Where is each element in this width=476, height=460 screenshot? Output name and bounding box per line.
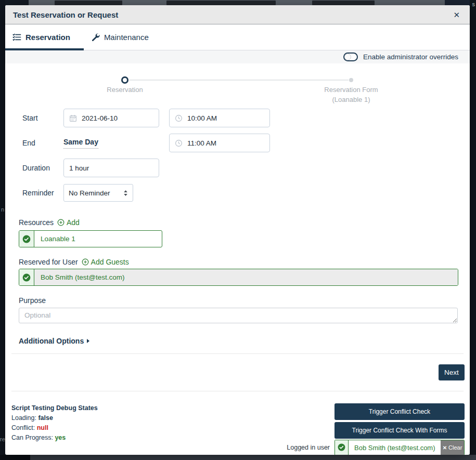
select-arrows-icon [123, 190, 128, 196]
backdrop-heading-fragment [55, 1, 122, 5]
plus-circle-icon [57, 219, 65, 226]
backdrop-text-fragment: n [1, 207, 4, 213]
admin-override-label: Enable administrator overrides [363, 53, 458, 61]
debug-conflict-value: null [37, 424, 48, 431]
reservation-modal: Test Reservation or Request ✕ Reservatio… [5, 5, 470, 455]
start-label: Start [22, 114, 63, 122]
debug-conflict-line: Conflict: null [11, 423, 98, 433]
stepper-line [129, 80, 349, 81]
reserved-user-section-header: Reserved for User Add Guests [19, 258, 129, 266]
debug-states-panel: Script Testing Debug States Loading: fal… [11, 403, 98, 443]
divider [11, 353, 464, 354]
reminder-label: Reminder [22, 189, 63, 197]
admin-override-row: Enable administrator overrides [5, 50, 470, 63]
clock-icon [175, 114, 183, 122]
additional-options-label: Additional Options [19, 337, 84, 345]
resource-item-label: Loanable 1 [34, 231, 162, 247]
backdrop-right-edge [470, 0, 476, 460]
stepper-label-2-line1: Reservation Form [299, 85, 403, 95]
add-guests-label: Add Guests [91, 258, 129, 266]
end-row: End Same Day 11:00 AM [22, 134, 270, 152]
tab-reservation[interactable]: Reservation [5, 24, 84, 50]
start-date-value: 2021-06-10 [82, 114, 118, 122]
add-resource-label: Add [67, 218, 80, 227]
wizard-stepper: Reservation Reservation Form (Loanable 1… [5, 68, 470, 112]
debug-loading-label: Loading: [11, 414, 36, 422]
add-guests-button[interactable]: Add Guests [82, 258, 129, 266]
stepper-label-1: Reservation [88, 85, 161, 95]
wrench-icon [91, 33, 100, 42]
same-day-link[interactable]: Same Day [63, 138, 98, 149]
backdrop-heading-fragment [312, 1, 375, 5]
start-time-input[interactable]: 10:00 AM [169, 109, 270, 127]
resources-label: Resources [19, 218, 54, 227]
clear-label: Clear [448, 444, 462, 451]
check-circle-icon [22, 235, 31, 243]
admin-override-toggle[interactable] [343, 52, 358, 61]
caret-right-icon [87, 339, 89, 343]
clear-x-icon: ✕ [443, 445, 447, 451]
backdrop-heading-fragment [166, 1, 276, 5]
check-circle-icon [338, 443, 346, 452]
backdrop-left-edge [0, 0, 5, 460]
clear-user-button[interactable]: ✕ Clear [441, 440, 464, 455]
trigger-conflict-check-forms-button[interactable]: Trigger Conflict Check With Forms [335, 422, 465, 439]
end-time-input[interactable]: 11:00 AM [169, 134, 270, 152]
debug-loading-line: Loading: false [11, 413, 98, 423]
next-button[interactable]: Next [439, 364, 465, 380]
plus-circle-icon [82, 258, 89, 266]
reminder-select[interactable]: No Reminder [63, 184, 133, 202]
tab-maintenance[interactable]: Maintenance [84, 24, 162, 50]
additional-options-expander[interactable]: Additional Options [19, 337, 89, 345]
clock-icon [175, 139, 183, 147]
calendar-icon [69, 114, 77, 122]
reserved-user-label: Reserved for User [19, 258, 78, 266]
user-status-segment [335, 440, 349, 455]
modal-title: Test Reservation or Request [13, 10, 118, 19]
tab-bar: Reservation Maintenance [5, 24, 470, 50]
stepper-step-active[interactable] [121, 76, 128, 84]
reserved-user-item[interactable]: Bob Smith (test@test.com) [19, 269, 458, 286]
toggle-knob [344, 54, 351, 60]
start-date-input[interactable]: 2021-06-10 [63, 109, 159, 127]
check-circle-icon [22, 273, 31, 282]
logged-in-user-row: Logged in user Bob Smith (test@test.com)… [5, 440, 465, 455]
reminder-row: Reminder No Reminder [22, 183, 270, 202]
duration-label: Duration [22, 164, 63, 172]
add-resource-button[interactable]: Add [57, 218, 80, 227]
purpose-label: Purpose [19, 296, 46, 305]
resource-status-segment [19, 231, 34, 247]
tab-label: Reservation [25, 33, 70, 42]
end-date-cell: Same Day [63, 138, 159, 149]
duration-input[interactable] [63, 159, 159, 177]
backdrop-bottom-bar [0, 455, 476, 460]
reminder-value: No Reminder [69, 189, 123, 197]
backdrop-bottom-left [0, 455, 30, 460]
backdrop-text-fragment: re [0, 437, 5, 442]
tab-label: Maintenance [104, 33, 149, 42]
duration-row: Duration [22, 159, 270, 177]
debug-loading-value: false [38, 414, 53, 422]
trigger-conflict-check-button[interactable]: Trigger Conflict Check [335, 403, 465, 420]
resources-section-header: Resources Add [19, 218, 80, 227]
user-status-segment [19, 269, 34, 285]
end-label: End [22, 139, 63, 147]
reservation-form: Start 2021-06-10 10:00 AM [22, 109, 270, 202]
logged-in-user-chip[interactable]: Bob Smith (test@test.com) ✕ Clear [335, 440, 465, 455]
stepper-step-upcoming[interactable] [349, 78, 353, 82]
stepper-label-2: Reservation Form (Loanable 1) [299, 85, 403, 104]
debug-title: Script Testing Debug States [11, 403, 98, 413]
debug-conflict-label: Conflict: [11, 424, 35, 431]
start-time-value: 10:00 AM [187, 114, 217, 122]
checklist-icon [12, 33, 21, 42]
logged-in-user-label: Logged in user [287, 444, 330, 451]
backdrop-text-fragment: s [472, 2, 475, 7]
divider [11, 391, 464, 391]
start-row: Start 2021-06-10 10:00 AM [22, 109, 270, 127]
reserved-user-item-label: Bob Smith (test@test.com) [34, 269, 458, 285]
close-icon[interactable]: ✕ [451, 10, 462, 20]
resource-item[interactable]: Loanable 1 [19, 230, 162, 247]
modal-header: Test Reservation or Request ✕ [5, 5, 470, 24]
stepper-label-2-line2: (Loanable 1) [299, 95, 403, 104]
purpose-textarea[interactable] [19, 308, 458, 323]
